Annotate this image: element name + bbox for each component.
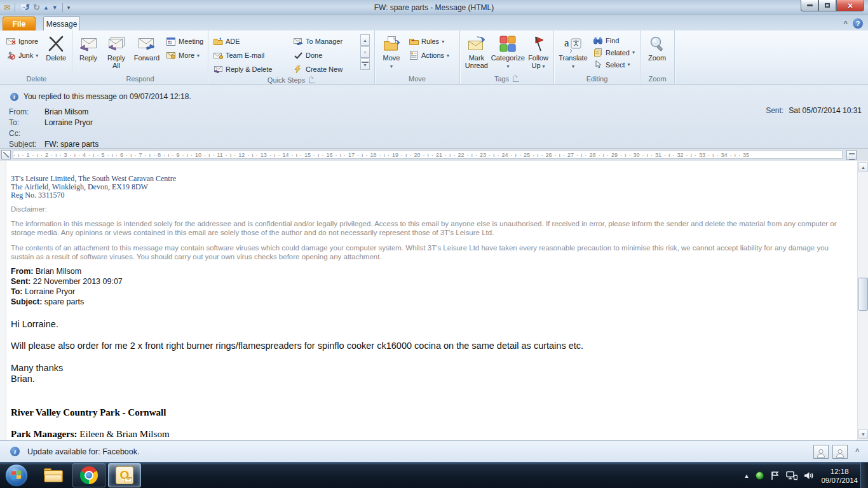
tab-file[interactable]: File bbox=[3, 17, 36, 30]
follow-up-flag-icon bbox=[528, 34, 548, 54]
minimize-button[interactable] bbox=[801, 0, 818, 11]
window-title: FW: spare parts - Message (HTML) bbox=[0, 3, 868, 12]
ribbon: Ignore Junk▾ Delete Delete bbox=[0, 30, 868, 85]
move-button[interactable]: Move▾ bbox=[377, 32, 406, 74]
restore-button[interactable] bbox=[818, 0, 836, 11]
ruler-toggle-button[interactable] bbox=[846, 150, 857, 160]
outlook-message-window: ✉ ↺ ↻ ▲ ▼ ▾ FW: spare parts - Message (H… bbox=[0, 0, 868, 488]
taskbar-outlook-button[interactable]: O bbox=[108, 463, 141, 487]
more-respond-button[interactable]: More▾ bbox=[163, 48, 205, 62]
mark-unread-button[interactable]: MarkUnread bbox=[462, 32, 491, 74]
reply-button[interactable]: Reply bbox=[74, 32, 102, 74]
group-label-delete[interactable]: Delete bbox=[1, 74, 72, 84]
scroll-down-button[interactable]: ▼ bbox=[858, 429, 868, 439]
select-button[interactable]: Select▾ bbox=[590, 58, 637, 71]
message-header: i You replied to this message on 09/07/2… bbox=[0, 85, 868, 148]
clock-date: 09/07/2014 bbox=[821, 476, 858, 485]
expand-people-pane-icon[interactable]: ^ bbox=[855, 448, 859, 455]
people-pane-icon[interactable] bbox=[832, 445, 848, 459]
header-row-cc: Cc: bbox=[0, 128, 868, 139]
group-delete: Ignore Junk▾ Delete Delete bbox=[1, 30, 72, 84]
customize-qat-button[interactable]: ▾ bbox=[67, 3, 71, 12]
group-label-editing[interactable]: Editing bbox=[554, 74, 640, 84]
ribbon-tab-row: File Message ^ ? bbox=[0, 15, 868, 30]
dialog-launcher-icon[interactable] bbox=[513, 76, 519, 82]
dialog-launcher-icon[interactable] bbox=[309, 77, 315, 83]
previous-item-button[interactable]: ▲ bbox=[43, 3, 49, 12]
collapse-ribbon-icon[interactable]: ^ bbox=[844, 20, 848, 27]
taskbar-chrome-button[interactable] bbox=[72, 463, 105, 487]
actions-icon bbox=[409, 50, 419, 60]
next-item-button[interactable]: ▼ bbox=[52, 3, 58, 12]
status-info-icon: i bbox=[10, 447, 20, 456]
junk-icon bbox=[6, 50, 16, 60]
folder-arrow-icon bbox=[213, 36, 223, 46]
redo-button[interactable]: ↻ bbox=[33, 3, 40, 12]
translate-button[interactable]: a Translate▾ bbox=[556, 32, 590, 74]
quick-steps-scroll-up[interactable]: ▲ bbox=[360, 34, 370, 46]
dropdown-arrow-icon: ▾ bbox=[442, 39, 444, 44]
forward-button[interactable]: Forward bbox=[130, 32, 163, 74]
tray-status-icon[interactable] bbox=[756, 471, 764, 480]
vertical-scrollbar[interactable]: ▲ ▼ bbox=[857, 161, 868, 440]
quickstep-ade[interactable]: ADE bbox=[210, 34, 290, 48]
zoom-button[interactable]: Zoom bbox=[642, 32, 672, 74]
taskbar-explorer-button[interactable] bbox=[37, 463, 70, 487]
delete-button[interactable]: Delete bbox=[42, 32, 70, 74]
quick-steps-more[interactable]: ▼ bbox=[360, 58, 370, 70]
scroll-up-button[interactable]: ▲ bbox=[858, 162, 868, 172]
windows-logo-icon bbox=[11, 470, 22, 480]
related-button[interactable]: Related▾ bbox=[590, 46, 637, 58]
quick-steps-scroll: ▲ ▼ ▼ bbox=[360, 32, 370, 76]
follow-up-button[interactable]: FollowUp ▾ bbox=[525, 32, 552, 74]
info-bar-text: You replied to this message on 09/07/201… bbox=[24, 92, 191, 101]
taskbar-clock[interactable]: 12:18 09/07/2014 bbox=[821, 467, 858, 485]
quickstep-reply-delete[interactable]: Reply & Delete bbox=[210, 62, 290, 76]
dropdown-arrow-icon: ▾ bbox=[543, 64, 545, 69]
status-bar: i Update available for: Facebook. ^ bbox=[0, 440, 868, 462]
group-label-zoom[interactable]: Zoom bbox=[641, 74, 674, 84]
quick-steps-scroll-down[interactable]: ▼ bbox=[360, 46, 370, 58]
disclaimer-paragraph: The information in this message is inten… bbox=[11, 219, 850, 237]
rules-button[interactable]: Rules▾ bbox=[406, 34, 456, 48]
ignore-button[interactable]: Ignore bbox=[3, 34, 42, 48]
action-center-flag-icon[interactable] bbox=[770, 471, 780, 480]
dropdown-arrow-icon: ▾ bbox=[632, 50, 635, 55]
start-button[interactable] bbox=[5, 464, 28, 487]
quickstep-create-new[interactable]: Create New bbox=[290, 62, 360, 76]
dropdown-arrow-icon: ▾ bbox=[572, 64, 574, 69]
group-label-quick-steps[interactable]: Quick Steps bbox=[208, 76, 374, 85]
junk-button[interactable]: Junk▾ bbox=[3, 48, 42, 62]
dropdown-arrow-icon: ▾ bbox=[506, 64, 509, 69]
reply-all-button[interactable]: ReplyAll bbox=[102, 32, 130, 74]
signature-address-line: The Airfield, Winkleigh, Devon, EX19 8DW bbox=[11, 183, 857, 191]
group-label-respond[interactable]: Respond bbox=[72, 74, 208, 84]
scrollbar-thumb[interactable] bbox=[858, 278, 868, 311]
group-label-tags[interactable]: Tags bbox=[460, 74, 553, 84]
info-icon: i bbox=[10, 93, 18, 101]
group-zoom: Zoom Zoom bbox=[641, 30, 675, 84]
group-label-move[interactable]: Move bbox=[375, 74, 459, 84]
message-body-content[interactable]: 3T's Leisure Limited, The South West Car… bbox=[7, 161, 857, 440]
tab-message[interactable]: Message bbox=[43, 17, 80, 30]
show-desktop-button[interactable] bbox=[860, 463, 868, 488]
quickstep-team-email[interactable]: Team E-mail bbox=[210, 48, 290, 62]
actions-button[interactable]: Actions▾ bbox=[406, 48, 456, 62]
people-pane-icon[interactable] bbox=[813, 445, 829, 459]
quickstep-to-manager[interactable]: To Manager bbox=[290, 34, 360, 48]
volume-icon[interactable] bbox=[804, 471, 815, 480]
close-button[interactable]: × bbox=[836, 0, 864, 11]
help-icon[interactable]: ? bbox=[853, 18, 863, 29]
find-button[interactable]: Find bbox=[590, 34, 637, 46]
dropdown-arrow-icon: ▾ bbox=[447, 53, 449, 58]
meeting-button[interactable]: Meeting bbox=[163, 34, 205, 48]
signature-address-line: Reg No. 3311570 bbox=[11, 191, 857, 200]
explorer-icon bbox=[44, 468, 63, 482]
network-icon[interactable] bbox=[786, 471, 797, 480]
categorize-button[interactable]: Categorize▾ bbox=[491, 32, 525, 74]
quickstep-done[interactable]: Done bbox=[290, 48, 360, 62]
tab-selector-icon[interactable] bbox=[1, 150, 11, 159]
tray-expand-icon[interactable]: ▲ bbox=[744, 473, 750, 479]
to-value: Lorraine Pryor bbox=[44, 118, 93, 127]
group-tags: MarkUnread Categorize▾ FollowUp ▾ Tags bbox=[460, 30, 554, 84]
